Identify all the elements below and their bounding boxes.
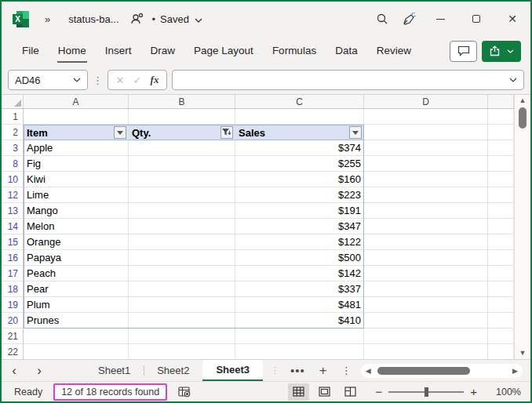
cell[interactable] [364,329,488,344]
cell-qty[interactable] [129,266,235,281]
cell[interactable] [364,156,488,172]
row-header-8[interactable]: 8 [2,156,24,172]
cell[interactable] [235,329,364,344]
cell[interactable] [24,109,129,125]
cell[interactable] [364,187,488,203]
name-box[interactable]: AD46 [8,70,88,90]
ribbon-tab-file[interactable]: File [13,36,49,66]
cell[interactable] [488,266,514,281]
macro-record-icon[interactable] [178,387,191,398]
ribbon-tab-review[interactable]: Review [367,36,421,66]
cell-item[interactable]: Fig [24,156,129,172]
cell[interactable] [364,203,488,219]
cell[interactable] [129,109,235,125]
cell-sales[interactable]: $481 [235,297,364,313]
minimize-button[interactable] [422,2,458,36]
row-header-3[interactable]: 3 [2,140,24,156]
formula-bar-input[interactable] [172,70,524,90]
new-sheet-button[interactable]: + [319,363,327,379]
filter-dropdown-button-item[interactable] [114,126,126,139]
cell-qty[interactable] [129,187,235,203]
cell[interactable] [364,344,488,359]
cell[interactable] [24,344,129,359]
cell[interactable] [24,329,129,344]
zoom-slider[interactable] [388,391,464,393]
cell-sales[interactable]: $223 [235,187,364,203]
insert-function-button[interactable]: fx [146,74,163,86]
cell-item[interactable]: Apple [24,140,129,156]
cell[interactable] [488,219,514,234]
scroll-left-icon[interactable]: ◀ [366,367,371,375]
cell-sales[interactable]: $374 [235,140,364,156]
cell[interactable] [488,281,514,297]
save-status[interactable]: •Saved [152,13,189,25]
cell-item[interactable]: Peach [24,266,129,281]
cell-item[interactable]: Papaya [24,250,129,266]
cell-item[interactable]: Prunes [24,313,129,329]
cell-qty[interactable] [129,313,235,329]
cell[interactable] [364,281,488,297]
cell-mode-indicator[interactable]: Ready [14,387,42,398]
cell-qty[interactable] [129,234,235,250]
cell-sales[interactable]: $122 [235,234,364,250]
sheet-nav-next-icon[interactable]: › [27,361,52,381]
cell[interactable] [364,313,488,329]
cell[interactable] [488,234,514,250]
cell-sales[interactable]: $347 [235,219,364,234]
cell[interactable] [488,250,514,266]
cell-sales[interactable]: $337 [235,281,364,297]
cell-item[interactable]: Orange [24,234,129,250]
cell[interactable] [364,219,488,234]
zoom-level[interactable]: 100% [491,387,521,398]
confirm-entry-button[interactable]: ✓ [129,74,146,86]
row-header-2[interactable]: 2 [2,125,24,140]
zoom-out-button[interactable]: − [369,385,388,398]
ribbon-tab-home[interactable]: Home [49,36,96,66]
cell[interactable] [235,109,364,125]
cell[interactable] [488,172,514,187]
sheet-options-icon[interactable]: ⋮ [341,365,352,376]
cell[interactable] [364,297,488,313]
filter-dropdown-button-sales[interactable] [349,126,362,139]
row-header-21[interactable]: 21 [2,329,24,344]
row-header-15[interactable]: 15 [2,234,24,250]
normal-view-button[interactable] [288,383,309,401]
tab-gripper-icon[interactable]: ⋮ [271,365,279,376]
document-title[interactable]: status-ba... [68,13,118,25]
cell-item[interactable]: Kiwi [24,172,129,187]
cell-sales[interactable]: $410 [235,313,364,329]
cell-qty[interactable] [129,156,235,172]
cell[interactable] [488,187,514,203]
vertical-scrollbar[interactable]: ▲ ▼ [514,95,530,361]
maximize-button[interactable] [458,2,494,36]
cell[interactable] [488,203,514,219]
page-break-preview-button[interactable] [340,383,361,401]
sheet-tab-sheet2[interactable]: Sheet2 [144,360,202,381]
close-button[interactable]: ✕ [494,2,530,36]
horizontal-scroll-thumb[interactable] [377,367,470,375]
cell-qty[interactable] [129,250,235,266]
page-layout-view-button[interactable] [314,383,335,401]
cell-qty[interactable] [129,203,235,219]
sheet-tab-sheet1[interactable]: Sheet1 [85,360,144,381]
row-header-16[interactable]: 16 [2,250,24,266]
header-cell-sales[interactable]: Sales [235,125,364,140]
column-header-a[interactable]: A [24,95,129,108]
column-header-c[interactable]: C [235,95,364,108]
scroll-up-icon[interactable]: ▲ [519,95,527,106]
comments-button[interactable] [450,41,477,62]
cell-sales[interactable]: $160 [235,172,364,187]
cell-qty[interactable] [129,297,235,313]
rewrite-pen-icon[interactable] [395,5,422,32]
cell-qty[interactable] [129,219,235,234]
cell[interactable] [129,344,235,359]
cell[interactable] [364,109,488,125]
cell-sales[interactable]: $191 [235,203,364,219]
cell-item[interactable]: Melon [24,219,129,234]
sheet-tab-sheet3[interactable]: Sheet3 [202,360,263,381]
filter-applied-button-qty[interactable] [220,126,233,139]
sheet-nav-prev-icon[interactable]: ‹ [2,361,27,381]
formula-bar-expand-chevron-icon[interactable] [509,78,517,82]
search-icon[interactable] [369,5,395,32]
cell[interactable] [364,140,488,156]
